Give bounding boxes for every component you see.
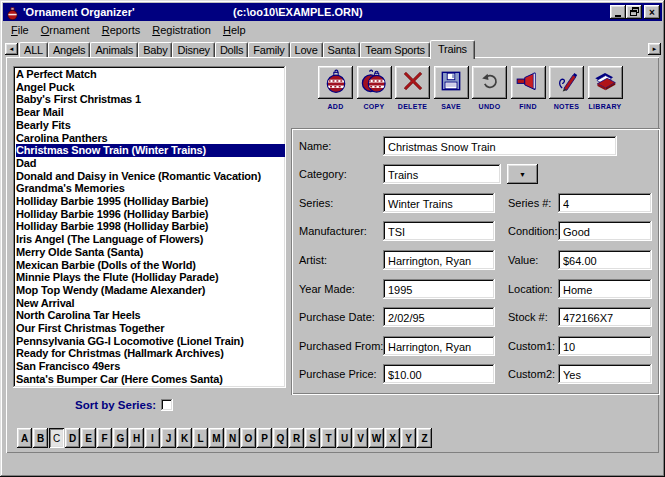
custom2-label: Custom2: (508, 368, 555, 380)
letter-button-g[interactable]: G (113, 428, 128, 448)
tab-team-sports[interactable]: Team Sports (360, 42, 430, 57)
find-button[interactable] (511, 66, 546, 99)
close-button[interactable]: × (644, 5, 660, 19)
notes-button[interactable] (549, 66, 584, 99)
tab-trains[interactable]: Trains (430, 40, 475, 59)
letter-button-x[interactable]: X (385, 428, 400, 448)
ornament-list[interactable]: A Perfect MatchAngel PuckBaby's First Ch… (13, 66, 286, 388)
list-item[interactable]: Mexican Barbie (Dolls of the World) (16, 259, 285, 272)
letter-button-a[interactable]: A (17, 428, 32, 448)
tab-dolls[interactable]: Dolls (215, 42, 248, 57)
list-item[interactable]: Our First Christmas Together (16, 322, 285, 335)
list-item[interactable]: Dad (16, 157, 285, 170)
tab-santa[interactable]: Santa (323, 42, 361, 57)
tab-baby[interactable]: Baby (138, 42, 172, 57)
letter-button-c[interactable]: C (49, 428, 64, 448)
list-item[interactable]: Baby's First Christmas 1 (16, 93, 285, 106)
letter-button-z[interactable]: Z (417, 428, 432, 448)
letter-button-v[interactable]: V (353, 428, 368, 448)
minimize-button[interactable] (610, 5, 626, 19)
letter-button-j[interactable]: J (161, 428, 176, 448)
menu-help[interactable]: Help (217, 22, 252, 38)
list-item[interactable]: Bear Mail (16, 106, 285, 119)
letter-button-u[interactable]: U (337, 428, 352, 448)
letter-button-n[interactable]: N (225, 428, 240, 448)
tab-scroll-right-button[interactable]: ► (648, 43, 661, 55)
menu-registration[interactable]: Registration (146, 22, 217, 38)
category-field[interactable] (383, 164, 501, 184)
letter-button-f[interactable]: F (97, 428, 112, 448)
tab-animals[interactable]: Animals (90, 42, 138, 57)
delete-button[interactable] (395, 66, 430, 99)
list-item[interactable]: San Francisco 49ers (16, 360, 285, 373)
list-item[interactable]: Merry Olde Santa (Santa) (16, 246, 285, 259)
letter-button-i[interactable]: I (145, 428, 160, 448)
category-dropdown-button[interactable]: ▼ (507, 164, 538, 184)
letter-button-m[interactable]: M (209, 428, 224, 448)
add-button[interactable] (318, 66, 353, 99)
list-item[interactable]: Ready for Christmas (Hallmark Archives) (16, 347, 285, 360)
list-item[interactable]: A Perfect Match (16, 68, 285, 81)
letter-button-w[interactable]: W (369, 428, 384, 448)
tab-disney[interactable]: Disney (172, 42, 214, 57)
list-item[interactable]: Minnie Plays the Flute (Holliday Parade) (16, 271, 285, 284)
list-item[interactable]: New Arrival (16, 297, 285, 310)
list-item[interactable]: Holliday Barbie 1998 (Holliday Barbie) (16, 220, 285, 233)
stock-field[interactable] (558, 307, 652, 327)
tab-angels[interactable]: Angels (48, 42, 90, 57)
purchase-price-field[interactable] (383, 364, 495, 384)
letter-button-k[interactable]: K (177, 428, 192, 448)
location-field[interactable] (558, 279, 652, 299)
sort-by-series-checkbox[interactable] (161, 399, 173, 411)
list-item[interactable]: Grandma's Memories (16, 182, 285, 195)
series-field[interactable] (383, 193, 495, 213)
condition-field[interactable] (558, 221, 652, 241)
tab-family[interactable]: Family (248, 42, 289, 57)
purchased-from-field[interactable] (383, 336, 495, 356)
letter-button-e[interactable]: E (81, 428, 96, 448)
letter-button-b[interactable]: B (33, 428, 48, 448)
undo-button[interactable] (472, 66, 507, 99)
tab-all[interactable]: ALL (19, 42, 48, 57)
menu-file[interactable]: File (5, 22, 35, 38)
custom1-field[interactable] (558, 336, 652, 356)
list-item[interactable]: Mop Top Wendy (Madame Alexander) (16, 284, 285, 297)
letter-button-s[interactable]: S (305, 428, 320, 448)
list-item[interactable]: Iris Angel (The Language of Flowers) (16, 233, 285, 246)
list-item[interactable]: Bearly Fits (16, 119, 285, 132)
list-item[interactable]: Christmas Snow Train (Winter Trains) (16, 144, 285, 157)
value-field[interactable] (558, 250, 652, 270)
tab-scroll-left-button[interactable]: ◄ (5, 43, 18, 55)
series-field[interactable] (558, 193, 652, 213)
purchase-date-field[interactable] (383, 307, 495, 327)
custom2-field[interactable] (558, 364, 652, 384)
year-made-field[interactable] (383, 279, 495, 299)
letter-button-d[interactable]: D (65, 428, 80, 448)
letter-button-p[interactable]: P (257, 428, 272, 448)
letter-button-r[interactable]: R (289, 428, 304, 448)
letter-button-l[interactable]: L (193, 428, 208, 448)
list-item[interactable]: Santa's Bumper Car (Here Comes Santa) (16, 373, 285, 386)
artist-field[interactable] (383, 250, 495, 270)
library-button[interactable] (588, 66, 623, 99)
list-item[interactable]: North Carolina Tar Heels (16, 309, 285, 322)
list-item[interactable]: Holliday Barbie 1995 (Holliday Barbie) (16, 195, 285, 208)
list-item[interactable]: Holliday Barbie 1996 (Holliday Barbie) (16, 208, 285, 221)
letter-button-o[interactable]: O (241, 428, 256, 448)
maximize-button[interactable] (626, 5, 642, 19)
manufacturer-field[interactable] (383, 221, 495, 241)
list-item[interactable]: Pennsylvania GG-I Locomotive (Lionel Tra… (16, 335, 285, 348)
letter-button-t[interactable]: T (321, 428, 336, 448)
list-item[interactable]: Donald and Daisy in Venice (Romantic Vac… (16, 170, 285, 183)
menu-ornament[interactable]: Ornament (35, 22, 96, 38)
menu-reports[interactable]: Reports (96, 22, 147, 38)
name-field[interactable] (383, 136, 617, 156)
copy-button[interactable] (357, 66, 392, 99)
list-item[interactable]: Angel Puck (16, 81, 285, 94)
list-item[interactable]: Carolina Panthers (16, 132, 285, 145)
letter-button-y[interactable]: Y (401, 428, 416, 448)
tab-love[interactable]: Love (290, 42, 323, 57)
letter-button-h[interactable]: H (129, 428, 144, 448)
letter-button-q[interactable]: Q (273, 428, 288, 448)
save-button[interactable] (434, 66, 469, 99)
